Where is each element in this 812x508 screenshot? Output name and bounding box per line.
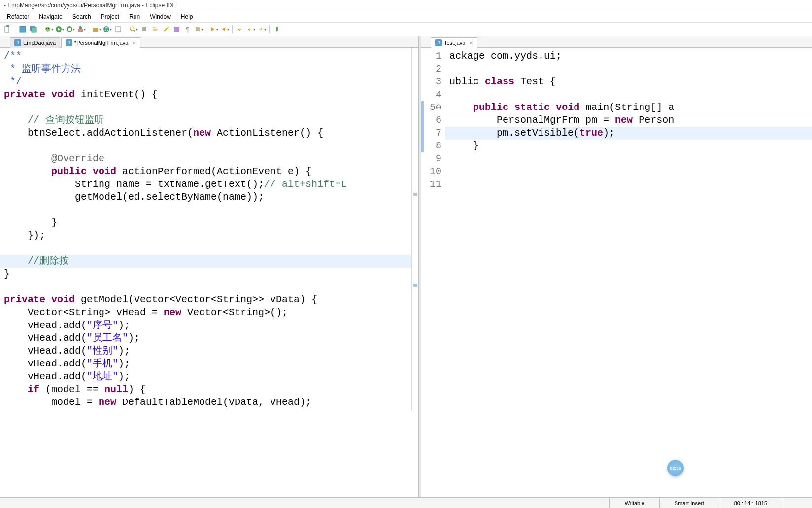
code-line[interactable]: ublic class Test { <box>445 75 812 88</box>
code-line[interactable]: ackage com.yyds.ui; <box>445 50 812 63</box>
code-line[interactable] <box>445 178 812 191</box>
toggle-mark-button[interactable] <box>140 25 149 34</box>
overview-ruler[interactable] <box>411 48 418 411</box>
forward-button[interactable] <box>257 25 266 34</box>
new-class-button[interactable]: C <box>103 25 112 34</box>
wand-button[interactable] <box>162 25 170 34</box>
code-line[interactable]: public static void main(String[] a <box>445 101 812 114</box>
statusbar: Writable Smart Insert 80 : 14 : 1815 <box>0 497 812 508</box>
code-line[interactable] <box>0 140 411 152</box>
status-writable: Writable <box>609 498 659 508</box>
code-line[interactable]: // 查询按钮监听 <box>0 114 411 127</box>
code-line[interactable]: } <box>445 140 812 152</box>
menubar: Refactor Navigate Search Project Run Win… <box>0 11 812 23</box>
code-line[interactable]: PersonalMgrFrm pm = new Person <box>445 114 812 127</box>
tab-test[interactable]: J Test.java ✕ <box>431 37 477 48</box>
close-icon[interactable]: ✕ <box>132 40 136 46</box>
debug-button[interactable] <box>44 25 53 34</box>
last-edit-button[interactable] <box>236 25 244 34</box>
run-button[interactable] <box>55 25 64 34</box>
code-line[interactable]: String name = txtName.getText();// alt+s… <box>0 178 411 191</box>
code-line[interactable]: }); <box>0 229 411 242</box>
new-package-button[interactable] <box>92 25 101 34</box>
svg-point-13 <box>79 26 82 29</box>
search-button[interactable] <box>129 25 138 34</box>
code-line[interactable] <box>445 152 812 165</box>
tab-personalmgrfrm[interactable]: J *PersonalMgrFrm.java ✕ <box>61 37 140 48</box>
code-line[interactable]: } <box>0 268 411 281</box>
menu-navigate[interactable]: Navigate <box>34 11 67 22</box>
code-line[interactable]: private void getModel(Vector<Vector<Stri… <box>0 293 411 306</box>
code-line[interactable]: Vector<String> vHead = new Vector<String… <box>0 306 411 319</box>
menu-run[interactable]: Run <box>124 11 145 22</box>
svg-marker-27 <box>222 27 225 31</box>
right-editor-content[interactable]: 12345⊖67891011 ackage com.yyds.ui; ublic… <box>421 48 812 500</box>
toolbar-separator <box>126 25 126 33</box>
code-line[interactable]: getModel(ed.selectByName(name)); <box>0 191 411 204</box>
task-button[interactable] <box>172 25 181 34</box>
java-file-icon: J <box>66 39 72 46</box>
left-editor-pane: J EmpDao.java J *PersonalMgrFrm.java ✕ /… <box>0 36 419 506</box>
code-line[interactable]: */ <box>0 75 411 88</box>
menu-search[interactable]: Search <box>68 11 96 22</box>
menu-window[interactable]: Window <box>145 11 176 22</box>
code-line[interactable] <box>0 242 411 255</box>
code-line[interactable]: } <box>0 217 411 229</box>
svg-point-6 <box>46 28 47 29</box>
left-editor-content[interactable]: /** * 监听事件方法 */private void initEvent() … <box>0 48 418 500</box>
menu-project[interactable]: Project <box>96 11 124 22</box>
code-line[interactable] <box>0 101 411 114</box>
editor-split: J EmpDao.java J *PersonalMgrFrm.java ✕ /… <box>0 36 812 506</box>
code-line[interactable] <box>445 88 812 101</box>
code-line[interactable]: private void initEvent() { <box>0 88 411 101</box>
svg-rect-17 <box>116 27 121 32</box>
code-line[interactable] <box>0 204 411 217</box>
toolbar-separator <box>15 25 15 33</box>
code-line[interactable]: pm.setVisible(true); <box>445 127 812 140</box>
code-line[interactable]: //删除按 <box>0 255 411 268</box>
menu-refactor[interactable]: Refactor <box>2 11 34 22</box>
open-type-button[interactable] <box>114 25 123 34</box>
next-annotation-button[interactable] <box>209 25 218 34</box>
code-line[interactable]: @Override <box>0 152 411 165</box>
code-line[interactable]: if (model == null) { <box>0 383 411 396</box>
window-title: - EmpManger/src/com/yyds/ui/PersonalMgrF… <box>4 2 176 9</box>
code-line[interactable] <box>445 63 812 75</box>
svg-point-5 <box>45 27 50 32</box>
new-button[interactable] <box>3 25 12 34</box>
code-line[interactable]: public void actionPerformed(ActionEvent … <box>0 165 411 178</box>
code-line[interactable]: vHead.add("性别"); <box>0 345 411 358</box>
paragraph-button[interactable]: ¶ <box>183 25 192 34</box>
toolbar-separator <box>269 25 270 33</box>
left-tab-bar: J EmpDao.java J *PersonalMgrFrm.java ✕ <box>0 36 418 48</box>
code-line[interactable]: /** <box>0 50 411 63</box>
java-file-icon: J <box>14 39 21 46</box>
code-line[interactable]: vHead.add("手机"); <box>0 358 411 370</box>
timer-badge: 02:36 <box>667 460 684 476</box>
code-line[interactable]: btnSelect.addActionListener(new ActionLi… <box>0 127 411 140</box>
pin-button[interactable] <box>272 25 281 34</box>
close-icon[interactable]: ✕ <box>469 40 473 46</box>
status-spacer <box>782 498 812 508</box>
code-line[interactable]: model = new DefaultTableModel(vData, vHe… <box>0 396 411 409</box>
svg-text:¶: ¶ <box>186 26 189 33</box>
code-line[interactable] <box>445 165 812 178</box>
back-button[interactable] <box>246 25 255 34</box>
window-titlebar: - EmpManger/src/com/yyds/ui/PersonalMgrF… <box>0 0 812 11</box>
menu-help[interactable]: Help <box>176 11 198 22</box>
save-all-button[interactable] <box>29 25 38 34</box>
tab-empdao[interactable]: J EmpDao.java <box>10 37 60 48</box>
annotate-button[interactable] <box>194 25 203 34</box>
code-line[interactable]: vHead.add("序号"); <box>0 319 411 332</box>
toolbar-separator <box>89 25 89 33</box>
save-button[interactable] <box>18 25 27 34</box>
code-line[interactable]: * 监听事件方法 <box>0 63 411 75</box>
external-tools-button[interactable] <box>77 25 86 34</box>
toggle-breadcrumb-button[interactable] <box>151 25 160 34</box>
code-line[interactable]: vHead.add("员工名"); <box>0 332 411 345</box>
code-line[interactable]: vHead.add("地址"); <box>0 370 411 383</box>
coverage-button[interactable] <box>66 25 75 34</box>
toolbar-separator <box>232 25 233 33</box>
code-line[interactable] <box>0 281 411 293</box>
prev-annotation-button[interactable] <box>220 25 229 34</box>
